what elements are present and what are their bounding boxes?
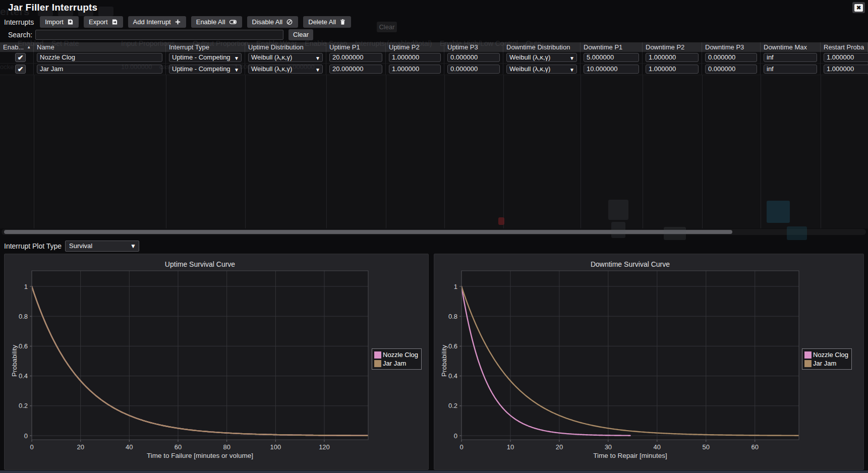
plot-type-select[interactable]: Survival ▼ <box>65 241 139 252</box>
add-interrupt-button[interactable]: Add Interrupt <box>128 16 186 28</box>
input-downtime_p1[interactable]: 5.000000 <box>584 53 639 62</box>
cell-downtime_p1: 10.000000 <box>581 64 643 75</box>
x-tick-label: 30 <box>605 443 612 451</box>
cell-enabled: ✔ <box>0 52 34 63</box>
column-header-label: Downtime Distribution <box>506 42 570 52</box>
input-uptime_p2[interactable]: 1.000000 <box>389 65 441 74</box>
select-uptime_distribution[interactable]: Weibull (λ,κ,γ)▼ <box>248 53 323 62</box>
horizontal-scrollbar[interactable] <box>2 229 866 235</box>
column-header-restart_probability[interactable]: Restart Proba <box>821 42 868 52</box>
legend-swatch-icon <box>804 360 812 367</box>
y-tick-label: 0 <box>24 432 28 440</box>
field-value: 1.000000 <box>649 53 676 61</box>
column-divider <box>166 75 166 228</box>
delete-all-button[interactable]: Delete All <box>303 16 351 28</box>
field-value: 1.000000 <box>392 65 419 73</box>
x-tick-label: 120 <box>319 443 330 451</box>
cell-enabled: ✔ <box>0 64 34 75</box>
table-row-nozzle-clog: ✔Nozzle ClogUptime - Competing▼Weibull (… <box>0 52 868 64</box>
input-downtime_p2[interactable]: 1.000000 <box>646 65 699 74</box>
sort-ascending-icon: ▲ <box>27 42 31 52</box>
column-header-uptime_p1[interactable]: Uptime P1 <box>326 42 386 52</box>
plot-legend: Nozzle ClogJar Jam <box>372 348 422 370</box>
column-header-downtime_p2[interactable]: Downtime P2 <box>643 42 702 52</box>
column-header-label: Downtime P3 <box>705 42 744 52</box>
input-uptime_p1[interactable]: 20.000000 <box>329 65 382 74</box>
input-downtime_p3[interactable]: 0.000000 <box>705 53 757 62</box>
cell-uptime_p3: 0.000000 <box>444 52 503 63</box>
background-ghost-clear-button: Clear <box>377 22 397 32</box>
column-header-label: Restart Proba <box>824 42 864 52</box>
input-downtime_p2[interactable]: 1.000000 <box>646 53 699 62</box>
select-interrupt_type[interactable]: Uptime - Competing▼ <box>169 53 242 62</box>
row-enabled-checkbox[interactable]: ✔ <box>15 53 26 62</box>
column-header-label: Uptime Distribution <box>248 42 304 52</box>
export-button[interactable]: Export <box>84 16 123 28</box>
x-tick-label: 20 <box>77 443 84 451</box>
column-header-interrupt_type[interactable]: Interrupt Type <box>166 42 245 52</box>
column-header-uptime_p2[interactable]: Uptime P2 <box>386 42 444 52</box>
plot-legend: Nozzle ClogJar Jam <box>802 348 852 370</box>
select-uptime_distribution[interactable]: Weibull (λ,κ,γ)▼ <box>248 65 323 74</box>
disable-all-button[interactable]: Disable All <box>247 16 299 28</box>
field-value: 0.000000 <box>450 65 478 73</box>
column-header-downtime_max[interactable]: Downtime Max <box>761 42 821 52</box>
select-interrupt_type[interactable]: Uptime - Competing▼ <box>169 65 242 74</box>
input-restart_probability[interactable]: 1.000000 <box>824 53 868 62</box>
enable-all-button[interactable]: Enable All <box>191 16 242 28</box>
column-divider <box>761 75 761 228</box>
y-tick-label: 0.2 <box>448 402 457 409</box>
y-tick-label: 0.4 <box>448 372 457 380</box>
cell-uptime_p1: 20.000000 <box>326 52 386 63</box>
close-button[interactable]: ✖ <box>852 2 865 13</box>
import-button[interactable]: Import <box>40 16 79 28</box>
column-header-downtime_distribution[interactable]: Downtime Distribution <box>503 42 581 52</box>
trash-icon <box>339 19 346 25</box>
cell-uptime_p3: 0.000000 <box>444 64 503 75</box>
plot-title: Downtime Survival Curve <box>461 260 799 268</box>
field-value: Weibull (λ,κ,γ) <box>509 65 550 73</box>
column-header-label: Enab... <box>3 42 24 52</box>
cell-downtime_p2: 1.000000 <box>643 64 702 75</box>
cell-uptime_p1: 20.000000 <box>326 64 386 75</box>
y-axis-label: Probability <box>440 331 448 391</box>
input-downtime_p3[interactable]: 0.000000 <box>705 65 757 74</box>
input-uptime_p1[interactable]: 20.000000 <box>329 53 382 62</box>
search-clear-button[interactable]: Clear <box>288 29 313 40</box>
toggle-off-icon <box>286 19 293 25</box>
x-axis-label: Time to Failure [minutes or volume] <box>32 452 368 459</box>
search-input[interactable] <box>35 30 283 40</box>
horizontal-scrollbar-thumb[interactable] <box>4 230 732 234</box>
cell-uptime_p2: 1.000000 <box>386 64 444 75</box>
input-uptime_p3[interactable]: 0.000000 <box>447 53 500 62</box>
input-downtime_max[interactable]: inf <box>764 53 817 62</box>
input-uptime_p2[interactable]: 1.000000 <box>389 53 441 62</box>
select-downtime_distribution[interactable]: Weibull (λ,κ,γ)▼ <box>506 53 577 62</box>
column-header-label: Downtime P2 <box>646 42 684 52</box>
column-header-enabled[interactable]: Enab...▲ <box>0 42 34 52</box>
column-header-name[interactable]: Name <box>34 42 166 52</box>
cell-restart_probability: 1.000000 <box>821 52 868 63</box>
search-label: Search: <box>8 31 32 39</box>
button-label: Enable All <box>196 18 225 26</box>
field-value: Nozzle Clog <box>40 53 75 61</box>
column-header-label: Uptime P2 <box>389 42 420 52</box>
input-downtime_max[interactable]: inf <box>764 65 817 74</box>
column-header-label: Name <box>37 42 54 52</box>
input-name[interactable]: Jar Jam <box>37 65 162 74</box>
input-restart_probability[interactable]: 1.000000 <box>824 65 868 74</box>
row-enabled-checkbox[interactable]: ✔ <box>15 65 26 74</box>
column-header-downtime_p1[interactable]: Downtime P1 <box>581 42 643 52</box>
input-name[interactable]: Nozzle Clog <box>37 53 162 62</box>
input-downtime_p1[interactable]: 10.000000 <box>584 65 639 74</box>
import-icon <box>67 19 74 25</box>
select-downtime_distribution[interactable]: Weibull (λ,κ,γ)▼ <box>506 65 577 74</box>
field-value: inf <box>767 53 774 61</box>
column-header-downtime_p3[interactable]: Downtime P3 <box>702 42 761 52</box>
input-uptime_p3[interactable]: 0.000000 <box>447 65 500 74</box>
column-header-uptime_distribution[interactable]: Uptime Distribution <box>245 42 326 52</box>
cell-uptime_distribution: Weibull (λ,κ,γ)▼ <box>245 52 326 63</box>
legend-label: Nozzle Clog <box>813 351 848 359</box>
column-header-uptime_p3[interactable]: Uptime P3 <box>444 42 503 52</box>
column-header-label: Downtime P1 <box>584 42 622 52</box>
